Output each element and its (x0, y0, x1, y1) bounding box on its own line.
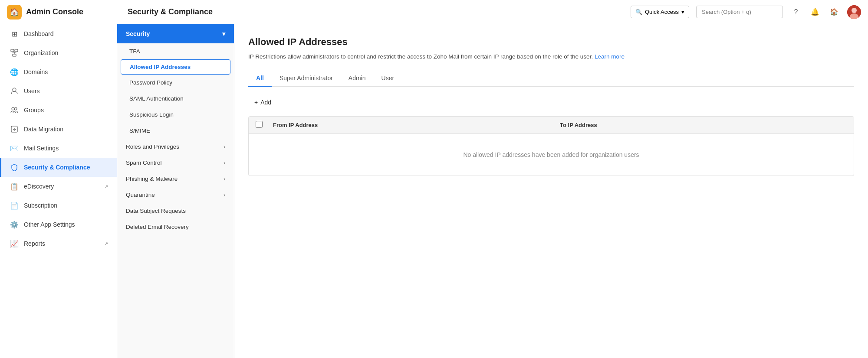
sidebar-label: Dashboard (24, 30, 108, 37)
sidebar-label: Data Migration (24, 126, 108, 133)
logo-area: 🏠 Admin Console (0, 0, 117, 24)
subscription-icon: 📄 (10, 201, 19, 210)
ediscovery-icon: 📋 (10, 182, 19, 191)
security-header-label: Security (126, 30, 150, 37)
tab-all[interactable]: All (248, 70, 272, 87)
sidebar-item-domains[interactable]: 🌐 Domains (0, 62, 117, 81)
help-icon[interactable]: ? (790, 6, 802, 18)
logo-icon: 🏠 (7, 5, 22, 20)
home-icon[interactable]: 🏠 (828, 6, 840, 18)
sidebar-label: Domains (24, 68, 108, 75)
sidebar-item-organization[interactable]: Organization (0, 43, 117, 62)
select-all-checkbox[interactable] (256, 121, 263, 128)
ip-table: From IP Address To IP Address No allowed… (248, 116, 854, 176)
quick-access-button[interactable]: 🔍 Quick Access ▾ (631, 6, 689, 18)
security-header[interactable]: Security ▾ (117, 24, 234, 43)
chevron-right-icon: › (224, 176, 225, 182)
sec-item-phishing-malware[interactable]: Phishing & Malware › (117, 171, 234, 187)
sidebar: ⊞ Dashboard Organization 🌐 Domains Users… (0, 24, 117, 358)
tabs-container: All Super Administrator Admin User (248, 70, 854, 87)
svg-rect-3 (11, 49, 14, 52)
sidebar-label: Groups (24, 107, 108, 114)
svg-rect-4 (15, 49, 18, 52)
sidebar-label: Reports (24, 240, 99, 247)
col-to-header: To IP Address (560, 122, 847, 128)
chevron-right-icon: › (224, 160, 225, 166)
domains-icon: 🌐 (10, 68, 19, 76)
sec-item-tfa[interactable]: TFA (117, 43, 234, 59)
sec-item-deleted-email-recovery[interactable]: Deleted Email Recovery (117, 219, 234, 235)
sidebar-item-security-compliance[interactable]: Security & Compliance (0, 158, 117, 177)
sec-item-password-policy[interactable]: Password Policy (117, 75, 234, 91)
sec-item-roles-privileges[interactable]: Roles and Privileges › (117, 139, 234, 155)
svg-rect-5 (13, 54, 16, 56)
sec-item-saml-auth[interactable]: SAML Authentication (117, 91, 234, 107)
tab-admin[interactable]: Admin (341, 70, 374, 87)
svg-point-1 (852, 8, 857, 13)
main-content: Allowed IP Addresses IP Restrictions all… (234, 24, 868, 358)
page-heading: Security & Compliance (128, 7, 213, 16)
avatar[interactable] (847, 5, 861, 19)
sidebar-item-users[interactable]: Users (0, 81, 117, 101)
sidebar-item-reports[interactable]: 📈 Reports ↗ (0, 234, 117, 253)
sidebar-label: Security & Compliance (24, 164, 108, 171)
sidebar-label: Organization (24, 49, 108, 56)
bell-icon[interactable]: 🔔 (809, 6, 821, 18)
sec-item-data-subject-requests[interactable]: Data Subject Requests (117, 203, 234, 219)
reports-icon: 📈 (10, 239, 19, 248)
sidebar-label: eDiscovery (24, 183, 99, 190)
sec-item-suspicious-login[interactable]: Suspicious Login (117, 107, 234, 123)
external-link-badge: ↗ (104, 184, 108, 189)
data-migration-icon (10, 125, 19, 133)
sidebar-item-groups[interactable]: Groups (0, 101, 117, 120)
sidebar-item-subscription[interactable]: 📄 Subscription (0, 196, 117, 215)
sidebar-item-other-app-settings[interactable]: ⚙️ Other App Settings (0, 215, 117, 234)
svg-point-9 (12, 107, 14, 110)
sidebar-label: Subscription (24, 202, 108, 209)
add-label: Add (260, 99, 271, 106)
sec-item-smime[interactable]: S/MIME (117, 123, 234, 139)
svg-point-10 (14, 107, 17, 110)
sidebar-label: Mail Settings (24, 145, 108, 152)
sidebar-item-dashboard[interactable]: ⊞ Dashboard (0, 24, 117, 43)
chevron-right-icon: › (224, 192, 225, 198)
users-icon (10, 87, 19, 95)
sec-item-allowed-ip[interactable]: Allowed IP Addresses (121, 59, 230, 75)
learn-more-link[interactable]: Learn more (595, 53, 625, 60)
sec-item-quarantine[interactable]: Quarantine › (117, 187, 234, 203)
sidebar-label: Users (24, 88, 108, 94)
plus-icon: + (254, 99, 258, 106)
sidebar-item-ediscovery[interactable]: 📋 eDiscovery ↗ (0, 177, 117, 196)
chevron-down-icon: ▾ (681, 9, 684, 15)
table-header: From IP Address To IP Address (249, 117, 854, 134)
organization-icon (10, 49, 19, 57)
content-title: Allowed IP Addresses (248, 36, 854, 48)
security-icon (10, 163, 19, 172)
topbar-right: 🔍 Quick Access ▾ ? 🔔 🏠 (624, 5, 868, 19)
col-from-header: From IP Address (273, 122, 560, 128)
groups-icon (10, 106, 19, 114)
svg-point-8 (13, 88, 16, 91)
sidebar-item-data-migration[interactable]: Data Migration (0, 120, 117, 139)
search-icon: 🔍 (635, 9, 642, 15)
secondary-sidebar: Security ▾ TFA Allowed IP Addresses Pass… (117, 24, 234, 358)
external-link-badge: ↗ (104, 241, 108, 247)
content-description: IP Restrictions allow administrators to … (248, 52, 639, 62)
topbar-center: Security & Compliance (117, 7, 624, 16)
table-empty-message: No allowed IP addresses have been added … (249, 134, 854, 176)
sec-item-spam-control[interactable]: Spam Control › (117, 155, 234, 171)
add-button[interactable]: + Add (248, 95, 277, 109)
dashboard-icon: ⊞ (10, 29, 19, 38)
other-settings-icon: ⚙️ (10, 220, 19, 229)
tab-user[interactable]: User (374, 70, 402, 87)
tab-super-admin[interactable]: Super Administrator (272, 70, 341, 87)
sidebar-item-mail-settings[interactable]: ✉️ Mail Settings (0, 139, 117, 158)
app-title: Admin Console (26, 7, 83, 16)
sidebar-label: Other App Settings (24, 221, 108, 228)
chevron-down-icon: ▾ (222, 30, 225, 37)
mail-settings-icon: ✉️ (10, 144, 19, 153)
chevron-right-icon: › (224, 144, 225, 150)
search-input[interactable] (696, 6, 783, 18)
